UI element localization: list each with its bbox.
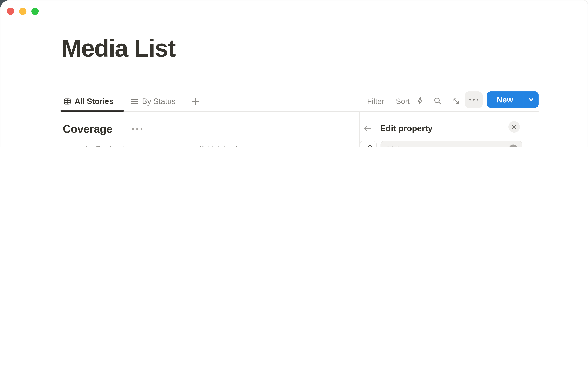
ellipsis-icon [132,128,134,130]
window-zoom-button[interactable] [31,8,39,15]
new-button-label[interactable]: New [487,92,523,108]
property-name-input[interactable]: Link to story i [380,141,522,147]
panel-title: Edit property [380,124,432,133]
close-button[interactable] [508,121,520,133]
table-view-icon [63,97,71,105]
ellipsis-icon [469,99,471,101]
filter-button[interactable]: Filter [367,97,384,106]
link-icon [364,145,372,147]
notion-window: Media List All Stories By Status Filte [0,0,588,147]
new-dropdown-button[interactable] [523,92,539,108]
info-icon[interactable]: i [509,144,518,147]
list-view-icon [131,97,139,105]
chevron-down-icon [528,96,534,103]
more-options-button[interactable] [465,92,483,108]
sort-button[interactable]: Sort [396,97,410,106]
panel-divider [359,111,360,147]
new-button[interactable]: New [487,92,539,108]
tab-label: By Status [142,97,176,106]
plus-icon [191,97,200,106]
toolbar-divider [61,111,539,111]
link-icon [197,145,204,147]
expand-icon[interactable] [452,97,460,105]
bolt-icon[interactable] [416,96,425,105]
back-button[interactable] [363,124,372,133]
page-title: Media List [61,34,175,62]
arrow-left-icon [363,124,372,133]
active-tab-underline [61,110,124,111]
text-type-icon: Aa [84,145,93,147]
tab-by-status[interactable]: By Status [131,95,176,108]
collection-title[interactable]: Coverage [63,123,112,135]
close-icon [511,124,517,130]
column-header-publication[interactable]: Aa Publication [84,144,133,147]
window-close-button[interactable] [7,8,14,15]
add-view-button[interactable] [191,97,200,106]
collection-more-button[interactable] [132,128,143,130]
column-header-link[interactable]: Link to story [197,144,249,147]
tab-label: All Stories [75,97,113,106]
property-icon-button[interactable] [360,141,377,147]
tab-all-stories[interactable]: All Stories [63,95,113,108]
search-icon[interactable] [433,97,442,105]
window-minimize-button[interactable] [19,8,26,15]
